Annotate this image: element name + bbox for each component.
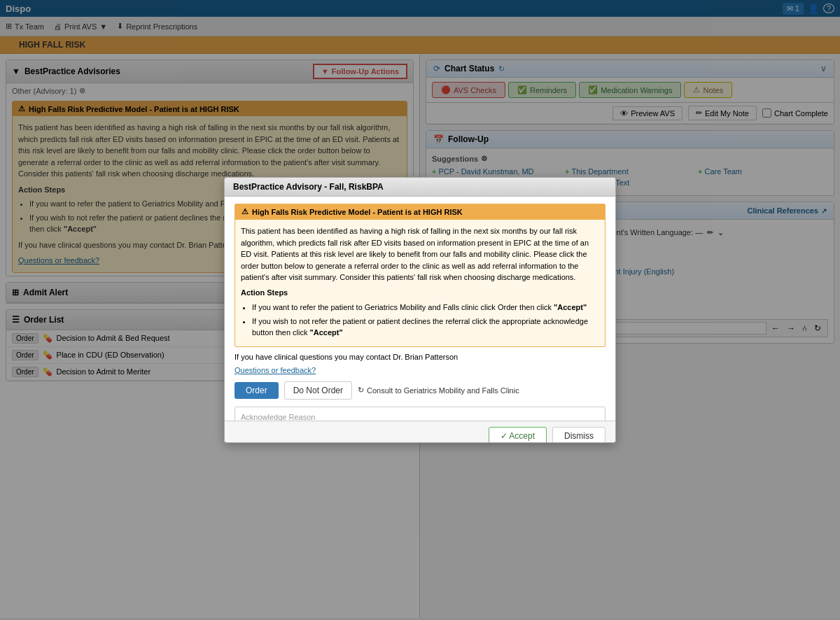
modal-feedback-link[interactable]: Questions or feedback? <box>234 366 316 374</box>
modal-dismiss-button[interactable]: Dismiss <box>552 427 606 443</box>
modal-do-not-order-button[interactable]: Do Not Order <box>284 381 352 400</box>
modal-step-2: If you wish to not refer the patient or … <box>252 316 599 339</box>
modal-consult-label: ↻ Consult to Geriatrics Mobility and Fal… <box>358 386 519 395</box>
modal-order-button[interactable]: Order <box>234 382 279 399</box>
ack-reason-label: Acknowledge Reason <box>241 413 599 421</box>
bpa-modal: BestPractice Advisory - Fall, RiskBPA ⚠ … <box>224 177 616 443</box>
modal-action-row: Order Do Not Order ↻ Consult to Geriatri… <box>234 381 606 400</box>
modal-footer: ✓ Accept Dismiss <box>225 421 615 443</box>
modal-overlay: BestPractice Advisory - Fall, RiskBPA ⚠ … <box>0 0 840 618</box>
modal-step-1: If you want to refer the patient to Geri… <box>252 302 599 313</box>
modal-alert-body: This patient has been identified as havi… <box>234 220 606 347</box>
modal-body: ⚠ High Falls Risk Predictive Model - Pat… <box>225 197 615 421</box>
acknowledge-reason-section: Acknowledge Reason Patient Not Appropria… <box>234 407 606 421</box>
modal-action-steps: If you want to refer the patient to Geri… <box>252 302 599 339</box>
modal-warning-icon: ⚠ <box>241 207 248 216</box>
modal-title-bar: BestPractice Advisory - Fall, RiskBPA <box>225 178 615 197</box>
modal-accept-button[interactable]: ✓ Accept <box>489 427 547 443</box>
consult-icon: ↻ <box>358 386 364 395</box>
modal-alert-header: ⚠ High Falls Risk Predictive Model - Pat… <box>234 204 606 220</box>
